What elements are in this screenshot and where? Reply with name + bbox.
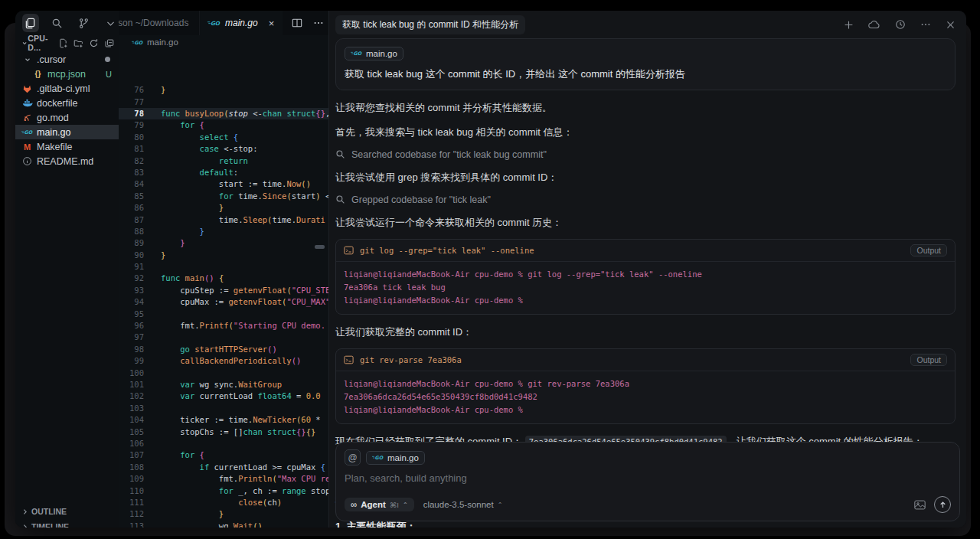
code-line[interactable]: 102 var currentLoad float64 = 0.0	[119, 390, 328, 402]
file-name: main.go	[37, 127, 70, 138]
tool-search-row[interactable]: Grepped codebase for "tick leak"	[335, 194, 956, 205]
code-line[interactable]: 79 for {	[119, 119, 328, 131]
gitlab-icon	[21, 83, 33, 94]
code-line[interactable]: 89 }	[119, 237, 328, 249]
file-tree: .cursor {} mcp.json U .gitlab-ci.yml doc…	[15, 52, 119, 168]
code-line[interactable]: 109 fmt.Println("Max CPU re	[119, 473, 328, 485]
code-line[interactable]: 107 for {	[119, 449, 328, 461]
tab-label: son ~/Downloads	[119, 18, 188, 28]
new-folder-icon[interactable]	[74, 38, 83, 48]
code-line[interactable]: 113 wg.Wait()	[119, 521, 328, 528]
new-chat-icon[interactable]	[844, 20, 854, 30]
tree-item-cursor-folder[interactable]: .cursor	[15, 52, 119, 67]
chat-header: 获取 tick leak bug 的 commit ID 和性能分析	[329, 11, 966, 38]
code-line[interactable]: 78func busyLoop(stop <-chan struct{},	[119, 108, 328, 119]
code-line[interactable]: 82 return	[119, 155, 328, 167]
explorer-actions	[58, 38, 114, 48]
info-icon	[21, 155, 33, 167]
scrollbar-marker[interactable]	[315, 245, 325, 249]
code-editor[interactable]: 76}7778func busyLoop(stop <-chan struct{…	[119, 49, 328, 528]
code-line[interactable]: 83 default:	[119, 167, 328, 178]
breadcrumb[interactable]: GO main.go	[119, 35, 328, 49]
code-line[interactable]: 95	[119, 309, 328, 320]
code-line[interactable]: 81 case <-stop:	[119, 143, 328, 155]
tree-item-go-mod[interactable]: go.mod	[15, 110, 119, 125]
search-icon[interactable]	[49, 14, 66, 32]
tree-item-readme[interactable]: README.md	[15, 154, 119, 168]
mention-button[interactable]: @	[345, 449, 361, 466]
code-line[interactable]: 106	[119, 438, 328, 449]
collapse-all-icon[interactable]	[104, 38, 114, 48]
code-line[interactable]: 87 time.Sleep(time.Durati	[119, 214, 328, 226]
tree-item-makefile[interactable]: M Makefile	[15, 139, 119, 154]
docker-icon	[21, 97, 33, 109]
refresh-icon[interactable]	[89, 38, 99, 48]
chat-title[interactable]: 获取 tick leak bug 的 commit ID 和性能分析	[335, 15, 525, 34]
code-line[interactable]: 88 }	[119, 226, 328, 237]
code-line[interactable]: 85 for time.Since(start) <	[119, 191, 328, 202]
outline-section[interactable]: OUTLINE	[15, 504, 119, 519]
code-line[interactable]: 100	[119, 368, 328, 379]
chat-message-input[interactable]	[345, 472, 708, 484]
file-name: Makefile	[37, 142, 73, 152]
code-line[interactable]: 77	[119, 96, 328, 108]
model-label: claude-3.5-sonnet	[423, 500, 494, 509]
context-file-chip[interactable]: GO main.go	[366, 451, 425, 465]
code-line[interactable]: 92func main() {	[119, 273, 328, 284]
code-line[interactable]: 103	[119, 403, 328, 414]
image-attach-icon[interactable]	[914, 500, 926, 510]
code-line[interactable]: 91	[119, 261, 328, 273]
tool-search-row[interactable]: Searched codebase for "tick leak bug com…	[335, 149, 956, 160]
context-file-chip[interactable]: GO main.go	[345, 47, 403, 60]
tree-item-mcp-json[interactable]: {} mcp.json U	[15, 67, 119, 81]
terminal-command-row[interactable]: git log --grep="tick leak" --oneline Out…	[336, 240, 955, 262]
output-badge[interactable]: Output	[910, 244, 947, 256]
code-line[interactable]: 94 cpuMax := getenvFloat("CPU_MAX"	[119, 296, 328, 308]
code-line[interactable]: 108 if currentLoad >= cpuMax {	[119, 462, 328, 473]
code-line[interactable]: 112 }	[119, 508, 328, 520]
model-selector[interactable]: claude-3.5-sonnet ⌃	[423, 500, 503, 509]
input-right-actions	[914, 496, 951, 513]
new-file-icon[interactable]	[58, 38, 68, 48]
cloud-icon[interactable]	[868, 20, 880, 29]
chip-label: main.go	[387, 453, 419, 462]
history-icon[interactable]	[895, 19, 906, 30]
code-line[interactable]: 104 ticker := time.NewTicker(60 *	[119, 414, 328, 426]
code-line[interactable]: 99 callBackendPeriodically()	[119, 355, 328, 367]
chevron-down-icon[interactable]	[102, 14, 119, 32]
code-line[interactable]: 110 for _, ch := range stop	[119, 485, 328, 497]
code-line[interactable]: 84 start := time.Now()	[119, 178, 328, 190]
code-line[interactable]: 105 stopChs := []chan struct{}{}	[119, 426, 328, 438]
more-actions-icon[interactable]	[313, 18, 324, 28]
file-name: .gitlab-ci.yml	[37, 83, 90, 94]
code-line[interactable]: 90}	[119, 250, 328, 261]
code-line[interactable]: 101 var wg sync.WaitGroup	[119, 379, 328, 390]
timeline-section[interactable]: TIMELINE	[15, 519, 119, 528]
close-tab-icon[interactable]: ×	[269, 18, 275, 29]
send-button[interactable]	[934, 496, 951, 513]
code-line[interactable]: 96 fmt.Printf("Starting CPU demo.	[119, 320, 328, 332]
code-line[interactable]: 86 }	[119, 202, 328, 214]
split-editor-icon[interactable]	[292, 18, 302, 28]
tab-main-go[interactable]: GO main.go ×	[200, 11, 283, 35]
section-chevron-icon	[21, 40, 28, 47]
tree-item-gitlab-ci[interactable]: .gitlab-ci.yml	[15, 81, 119, 96]
tree-item-main-go[interactable]: GO main.go	[15, 125, 119, 139]
chat-input-box[interactable]: @ GO main.go ∞ Agent ⌘I ⌃	[335, 442, 960, 521]
more-icon[interactable]	[920, 19, 931, 30]
explorer-icon[interactable]	[22, 14, 39, 32]
code-line[interactable]: 76}	[119, 84, 328, 96]
code-line[interactable]: 97	[119, 332, 328, 343]
tab-downloads-json[interactable]: son ~/Downloads	[119, 11, 200, 35]
explorer-section-header[interactable]: CPU-D...	[15, 35, 119, 51]
code-line[interactable]: 93 cpuStep := getenvFloat("CPU_STE	[119, 285, 328, 296]
agent-mode-selector[interactable]: ∞ Agent ⌘I ⌃	[345, 498, 414, 511]
tree-item-dockerfile[interactable]: dockerfile	[15, 96, 119, 110]
output-badge[interactable]: Output	[910, 354, 947, 366]
code-line[interactable]: 80 select {	[119, 132, 328, 143]
code-line[interactable]: 111 close(ch)	[119, 497, 328, 508]
close-panel-icon[interactable]	[946, 20, 956, 30]
source-control-icon[interactable]	[76, 14, 93, 32]
code-line[interactable]: 98 go startHTTPServer()	[119, 344, 328, 355]
terminal-command-row[interactable]: git rev-parse 7ea306a Output	[336, 349, 955, 371]
